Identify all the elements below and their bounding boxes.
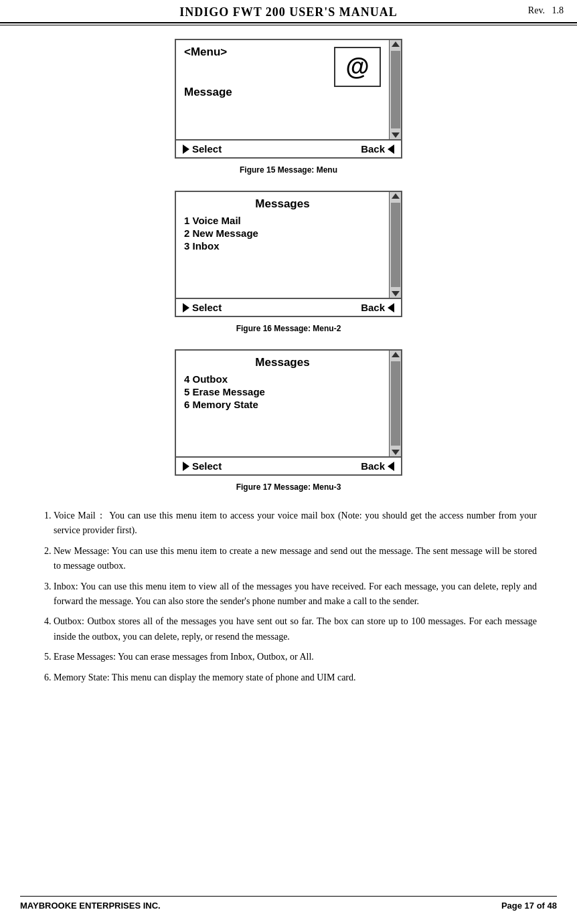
back-button-figure16[interactable]: Back: [361, 302, 394, 313]
scroll-up-arrow[interactable]: [392, 41, 400, 47]
select-arrow-icon: [183, 303, 189, 312]
list-item: Inbox: You can use this menu item to vie…: [54, 579, 537, 610]
back-arrow-icon: [388, 303, 394, 312]
page-footer: MAYBROOKE ENTERPRISES INC. Page 17 of 48: [20, 896, 557, 911]
select-label: Select: [192, 143, 222, 155]
select-button-figure16[interactable]: Select: [183, 302, 222, 313]
scrollbar-figure16[interactable]: [389, 192, 401, 298]
figure-16-container: Messages 1 Voice Mail 2 New Message 3 In…: [40, 191, 537, 333]
scroll-down-arrow[interactable]: [392, 450, 400, 455]
page-header: INDIGO FWT 200 USER'S MANUAL Rev. 1.8: [0, 0, 577, 23]
figure16-caption: Figure 16 Message: Menu-2: [40, 324, 537, 333]
phone-ui-figure15: <Menu> @ Message Select: [175, 39, 402, 159]
screen-content-figure15: <Menu> @ Message: [176, 40, 389, 139]
msg-item-6: 6 Memory State: [184, 399, 381, 410]
list-item: Voice Mail： You can use this menu item t…: [54, 508, 537, 539]
phone-screen-figure15: <Menu> @ Message: [176, 40, 401, 141]
scroll-up-arrow[interactable]: [392, 193, 400, 199]
scroll-thumb[interactable]: [391, 361, 400, 446]
select-button-figure15[interactable]: Select: [183, 143, 222, 155]
scroll-up-arrow[interactable]: [392, 352, 400, 357]
select-label: Select: [192, 460, 222, 472]
msg-item-4: 4 Outbox: [184, 373, 381, 385]
toolbar-figure17: Select Back: [176, 458, 401, 474]
footer-company: MAYBROOKE ENTERPRISES INC.: [20, 901, 161, 911]
back-button-figure15[interactable]: Back: [361, 143, 394, 155]
page-title: INDIGO FWT 200 USER'S MANUAL: [179, 5, 398, 19]
messages-title-fig16: Messages: [184, 197, 381, 211]
screen-content-figure17: Messages 4 Outbox 5 Erase Message 6 Memo…: [176, 351, 389, 456]
back-label: Back: [361, 460, 385, 472]
scroll-down-arrow[interactable]: [392, 132, 400, 138]
toolbar-figure16: Select Back: [176, 299, 401, 316]
phone-ui-figure17: Messages 4 Outbox 5 Erase Message 6 Memo…: [175, 349, 402, 476]
select-arrow-icon: [183, 462, 189, 471]
list-item: Memory State: This menu can display the …: [54, 670, 537, 685]
list-item: Outbox: Outbox stores all of the message…: [54, 614, 537, 644]
msg-item-5: 5 Erase Message: [184, 386, 381, 397]
list-item: Erase Messages: You can erase messages f…: [54, 650, 537, 664]
figure15-caption: Figure 15 Message: Menu: [40, 165, 537, 175]
phone-ui-figure16: Messages 1 Voice Mail 2 New Message 3 In…: [175, 191, 402, 317]
figure-15-container: <Menu> @ Message Select: [40, 39, 537, 175]
figure17-caption: Figure 17 Message: Menu-3: [40, 482, 537, 492]
back-button-figure17[interactable]: Back: [361, 460, 394, 472]
scroll-thumb[interactable]: [391, 51, 400, 128]
back-label: Back: [361, 143, 385, 155]
phone-screen-figure17: Messages 4 Outbox 5 Erase Message 6 Memo…: [176, 351, 401, 458]
scroll-down-arrow[interactable]: [392, 291, 400, 296]
figure-17-container: Messages 4 Outbox 5 Erase Message 6 Memo…: [40, 349, 537, 492]
messages-title-fig17: Messages: [184, 356, 381, 369]
list-item: New Message: You can use this menu item …: [54, 544, 537, 574]
phone-screen-figure16: Messages 1 Voice Mail 2 New Message 3 In…: [176, 192, 401, 299]
msg-item-1: 1 Voice Mail: [184, 215, 381, 226]
revision-label: Rev. 1.8: [528, 5, 564, 16]
description-list: Voice Mail： You can use this menu item t…: [54, 508, 537, 685]
screen-content-figure16: Messages 1 Voice Mail 2 New Message 3 In…: [176, 192, 389, 298]
scroll-thumb[interactable]: [391, 203, 400, 287]
message-label: Message: [184, 86, 381, 99]
scrollbar-figure15[interactable]: [389, 40, 401, 139]
email-at-icon: @: [345, 53, 369, 81]
msg-item-2: 2 New Message: [184, 227, 381, 239]
toolbar-figure15: Select Back: [176, 141, 401, 157]
select-button-figure17[interactable]: Select: [183, 460, 222, 472]
footer-page: Page 17 of 48: [501, 901, 557, 911]
select-label: Select: [192, 302, 222, 313]
scrollbar-figure17[interactable]: [389, 351, 401, 456]
select-arrow-icon: [183, 145, 189, 154]
msg-item-3: 3 Inbox: [184, 240, 381, 252]
back-arrow-icon: [388, 145, 394, 154]
back-arrow-icon: [388, 462, 394, 471]
email-icon-box: @: [334, 47, 381, 87]
back-label: Back: [361, 302, 385, 313]
